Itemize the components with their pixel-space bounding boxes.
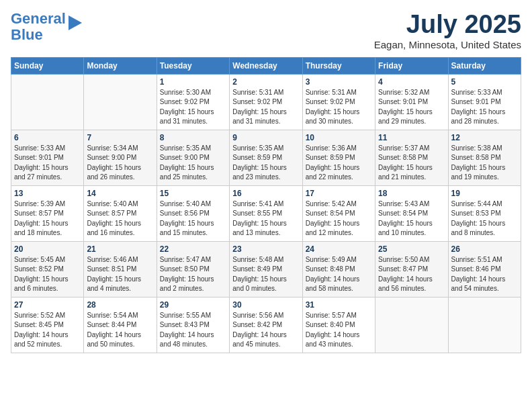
calendar-cell: 30Sunrise: 5:56 AMSunset: 8:42 PMDayligh… bbox=[230, 297, 302, 353]
day-detail: Sunrise: 5:57 AMSunset: 8:40 PMDaylight:… bbox=[306, 311, 372, 350]
day-detail: Sunrise: 5:51 AMSunset: 8:46 PMDaylight:… bbox=[451, 255, 518, 294]
calendar-cell: 13Sunrise: 5:39 AMSunset: 8:57 PMDayligh… bbox=[11, 185, 84, 241]
day-detail: Sunrise: 5:31 AMSunset: 9:02 PMDaylight:… bbox=[232, 88, 299, 127]
day-detail: Sunrise: 5:32 AMSunset: 9:01 PMDaylight:… bbox=[378, 88, 445, 127]
day-detail: Sunrise: 5:40 AMSunset: 8:56 PMDaylight:… bbox=[160, 199, 226, 238]
day-detail: Sunrise: 5:34 AMSunset: 9:00 PMDaylight:… bbox=[87, 144, 153, 183]
day-number: 12 bbox=[451, 133, 518, 142]
day-number: 17 bbox=[306, 189, 372, 198]
day-detail: Sunrise: 5:35 AMSunset: 9:00 PMDaylight:… bbox=[160, 144, 226, 183]
day-number: 27 bbox=[14, 300, 81, 310]
page-header: GeneralBlue July 2025 Eagan, Minnesota, … bbox=[11, 11, 521, 50]
day-detail: Sunrise: 5:45 AMSunset: 8:52 PMDaylight:… bbox=[14, 255, 81, 294]
calendar-cell: 10Sunrise: 5:36 AMSunset: 8:59 PMDayligh… bbox=[302, 130, 375, 185]
calendar-week-row: 27Sunrise: 5:52 AMSunset: 8:45 PMDayligh… bbox=[11, 297, 521, 353]
day-detail: Sunrise: 5:39 AMSunset: 8:57 PMDaylight:… bbox=[14, 199, 81, 238]
calendar-cell: 20Sunrise: 5:45 AMSunset: 8:52 PMDayligh… bbox=[11, 241, 84, 297]
calendar-cell: 21Sunrise: 5:46 AMSunset: 8:51 PMDayligh… bbox=[84, 241, 157, 297]
calendar-cell: 6Sunrise: 5:33 AMSunset: 9:01 PMDaylight… bbox=[11, 130, 84, 185]
day-detail: Sunrise: 5:33 AMSunset: 9:01 PMDaylight:… bbox=[14, 144, 81, 183]
weekday-header: Wednesday bbox=[230, 57, 302, 74]
weekday-row: SundayMondayTuesdayWednesdayThursdayFrid… bbox=[11, 57, 521, 74]
weekday-header: Saturday bbox=[448, 57, 521, 74]
day-number: 31 bbox=[306, 300, 372, 310]
calendar-cell: 22Sunrise: 5:47 AMSunset: 8:50 PMDayligh… bbox=[157, 241, 229, 297]
weekday-header: Tuesday bbox=[157, 57, 229, 74]
calendar-week-row: 13Sunrise: 5:39 AMSunset: 8:57 PMDayligh… bbox=[11, 185, 521, 241]
day-number: 11 bbox=[378, 133, 445, 142]
day-number: 6 bbox=[14, 133, 81, 142]
calendar-cell: 1Sunrise: 5:30 AMSunset: 9:02 PMDaylight… bbox=[157, 74, 229, 130]
day-detail: Sunrise: 5:37 AMSunset: 8:58 PMDaylight:… bbox=[378, 144, 445, 183]
calendar-cell: 9Sunrise: 5:35 AMSunset: 8:59 PMDaylight… bbox=[230, 130, 302, 185]
calendar-cell bbox=[448, 297, 521, 353]
day-detail: Sunrise: 5:41 AMSunset: 8:55 PMDaylight:… bbox=[232, 199, 299, 238]
calendar-cell: 8Sunrise: 5:35 AMSunset: 9:00 PMDaylight… bbox=[157, 130, 229, 185]
calendar-cell: 25Sunrise: 5:50 AMSunset: 8:47 PMDayligh… bbox=[375, 241, 448, 297]
logo: GeneralBlue bbox=[11, 11, 82, 43]
day-detail: Sunrise: 5:49 AMSunset: 8:48 PMDaylight:… bbox=[306, 255, 372, 294]
calendar-cell: 29Sunrise: 5:55 AMSunset: 8:43 PMDayligh… bbox=[157, 297, 229, 353]
day-number: 21 bbox=[87, 244, 153, 254]
day-number: 8 bbox=[160, 133, 226, 142]
day-number: 26 bbox=[451, 244, 518, 254]
calendar-cell: 27Sunrise: 5:52 AMSunset: 8:45 PMDayligh… bbox=[11, 297, 84, 353]
calendar-cell: 23Sunrise: 5:48 AMSunset: 8:49 PMDayligh… bbox=[230, 241, 302, 297]
day-detail: Sunrise: 5:44 AMSunset: 8:53 PMDaylight:… bbox=[451, 199, 518, 238]
month-title: July 2025 bbox=[374, 11, 521, 39]
calendar-cell: 2Sunrise: 5:31 AMSunset: 9:02 PMDaylight… bbox=[230, 74, 302, 130]
calendar-week-row: 6Sunrise: 5:33 AMSunset: 9:01 PMDaylight… bbox=[11, 130, 521, 185]
day-number: 1 bbox=[160, 77, 226, 87]
day-detail: Sunrise: 5:35 AMSunset: 8:59 PMDaylight:… bbox=[232, 144, 299, 183]
day-detail: Sunrise: 5:54 AMSunset: 8:44 PMDaylight:… bbox=[87, 311, 153, 350]
day-detail: Sunrise: 5:38 AMSunset: 8:58 PMDaylight:… bbox=[451, 144, 518, 183]
day-number: 14 bbox=[87, 189, 153, 198]
day-detail: Sunrise: 5:52 AMSunset: 8:45 PMDaylight:… bbox=[14, 311, 81, 350]
day-number: 3 bbox=[306, 77, 372, 87]
svg-marker-0 bbox=[69, 15, 82, 30]
calendar-cell: 4Sunrise: 5:32 AMSunset: 9:01 PMDaylight… bbox=[375, 74, 448, 130]
day-detail: Sunrise: 5:47 AMSunset: 8:50 PMDaylight:… bbox=[160, 255, 226, 294]
calendar-cell: 3Sunrise: 5:31 AMSunset: 9:02 PMDaylight… bbox=[302, 74, 375, 130]
day-detail: Sunrise: 5:40 AMSunset: 8:57 PMDaylight:… bbox=[87, 199, 153, 238]
day-number: 30 bbox=[232, 300, 299, 310]
calendar-cell: 11Sunrise: 5:37 AMSunset: 8:58 PMDayligh… bbox=[375, 130, 448, 185]
day-number: 24 bbox=[306, 244, 372, 254]
day-detail: Sunrise: 5:56 AMSunset: 8:42 PMDaylight:… bbox=[232, 311, 299, 350]
title-block: July 2025 Eagan, Minnesota, United State… bbox=[374, 11, 521, 50]
day-detail: Sunrise: 5:55 AMSunset: 8:43 PMDaylight:… bbox=[160, 311, 226, 350]
day-detail: Sunrise: 5:50 AMSunset: 8:47 PMDaylight:… bbox=[378, 255, 445, 294]
day-number: 20 bbox=[14, 244, 81, 254]
day-number: 2 bbox=[232, 77, 299, 87]
day-number: 22 bbox=[160, 244, 226, 254]
day-detail: Sunrise: 5:31 AMSunset: 9:02 PMDaylight:… bbox=[306, 88, 372, 127]
calendar-cell: 26Sunrise: 5:51 AMSunset: 8:46 PMDayligh… bbox=[448, 241, 521, 297]
day-number: 7 bbox=[87, 133, 153, 142]
logo-text: GeneralBlue bbox=[11, 11, 66, 43]
weekday-header: Thursday bbox=[302, 57, 375, 74]
location: Eagan, Minnesota, United States bbox=[374, 39, 521, 50]
day-detail: Sunrise: 5:30 AMSunset: 9:02 PMDaylight:… bbox=[160, 88, 226, 127]
day-number: 4 bbox=[378, 77, 445, 87]
weekday-header: Friday bbox=[375, 57, 448, 74]
calendar-cell: 18Sunrise: 5:43 AMSunset: 8:54 PMDayligh… bbox=[375, 185, 448, 241]
calendar-week-row: 1Sunrise: 5:30 AMSunset: 9:02 PMDaylight… bbox=[11, 74, 521, 130]
logo-arrow-icon bbox=[69, 15, 82, 30]
day-detail: Sunrise: 5:36 AMSunset: 8:59 PMDaylight:… bbox=[306, 144, 372, 183]
day-number: 13 bbox=[14, 189, 81, 198]
day-number: 18 bbox=[378, 189, 445, 198]
day-detail: Sunrise: 5:46 AMSunset: 8:51 PMDaylight:… bbox=[87, 255, 153, 294]
day-number: 16 bbox=[232, 189, 299, 198]
day-number: 5 bbox=[451, 77, 518, 87]
calendar-week-row: 20Sunrise: 5:45 AMSunset: 8:52 PMDayligh… bbox=[11, 241, 521, 297]
calendar-cell: 17Sunrise: 5:42 AMSunset: 8:54 PMDayligh… bbox=[302, 185, 375, 241]
calendar-cell: 7Sunrise: 5:34 AMSunset: 9:00 PMDaylight… bbox=[84, 130, 157, 185]
calendar-cell bbox=[375, 297, 448, 353]
calendar-body: 1Sunrise: 5:30 AMSunset: 9:02 PMDaylight… bbox=[11, 74, 521, 353]
day-number: 28 bbox=[87, 300, 153, 310]
calendar-header: SundayMondayTuesdayWednesdayThursdayFrid… bbox=[11, 57, 521, 74]
calendar-cell: 5Sunrise: 5:33 AMSunset: 9:01 PMDaylight… bbox=[448, 74, 521, 130]
calendar-cell: 19Sunrise: 5:44 AMSunset: 8:53 PMDayligh… bbox=[448, 185, 521, 241]
day-number: 15 bbox=[160, 189, 226, 198]
calendar-cell: 24Sunrise: 5:49 AMSunset: 8:48 PMDayligh… bbox=[302, 241, 375, 297]
